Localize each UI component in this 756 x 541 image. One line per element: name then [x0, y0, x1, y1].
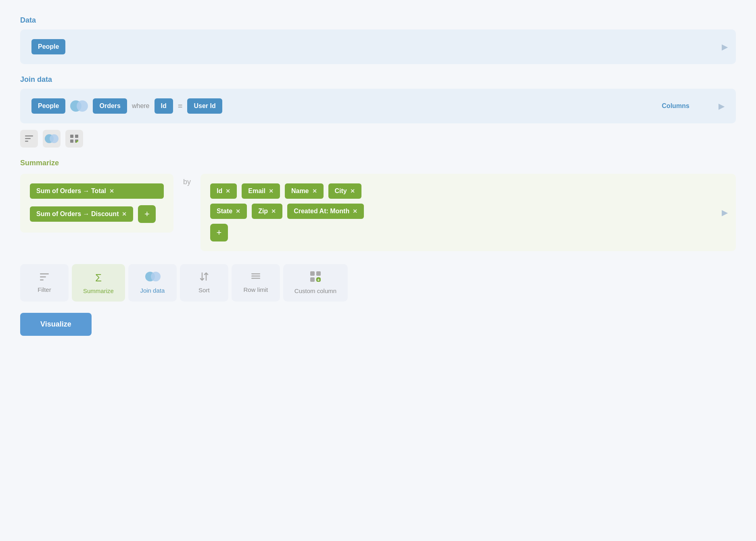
svg-rect-3 — [70, 135, 73, 138]
svg-rect-5 — [70, 139, 73, 143]
svg-rect-11 — [40, 279, 44, 281]
summarize-row: Sum of Orders → Total ✕ Sum of Orders → … — [20, 174, 736, 251]
dim-zip-close[interactable]: ✕ — [271, 208, 276, 214]
svg-rect-19 — [316, 271, 321, 276]
customcol-tool-label: Custom column — [294, 287, 336, 294]
equals-sign: = — [178, 102, 183, 111]
data-card: People ▶ — [20, 29, 736, 64]
join-section-label: Join data — [20, 75, 736, 84]
join-arrow-icon[interactable]: ▶ — [718, 101, 725, 111]
where-text: where — [132, 102, 150, 110]
join-mini-btn[interactable] — [43, 130, 61, 148]
customcol-tool-icon: + — [310, 271, 321, 284]
summarize-section-label: Summarize — [20, 159, 736, 167]
dim-email-close[interactable]: ✕ — [269, 188, 274, 194]
joindata-tool-label: Join data — [140, 287, 165, 294]
circle-right — [77, 100, 88, 112]
dim-name-close[interactable]: ✕ — [312, 188, 317, 194]
svg-rect-10 — [40, 277, 46, 278]
summarize-tool-label: Summarize — [83, 287, 114, 294]
svg-rect-9 — [40, 273, 49, 275]
join-card: People Orders where Id = User Id Columns… — [20, 89, 736, 123]
people-chip[interactable]: People — [31, 39, 65, 54]
data-arrow-icon[interactable]: ▶ — [722, 42, 728, 52]
svg-rect-20 — [310, 277, 315, 282]
svg-text:+: + — [317, 277, 320, 282]
dimensions-row-2: State ✕ Zip ✕ Created At: Month ✕ — [210, 204, 726, 219]
rowlimit-tool-icon — [251, 273, 260, 283]
join-orders-chip[interactable]: Orders — [93, 98, 127, 114]
svg-point-17 — [253, 278, 254, 279]
by-label: by — [183, 174, 191, 186]
dim-name-chip[interactable]: Name ✕ — [285, 183, 324, 199]
join-id-field[interactable]: Id — [155, 98, 173, 114]
join-mini-icon — [45, 134, 58, 143]
dimensions-row-1: Id ✕ Email ✕ Name ✕ City ✕ — [210, 183, 726, 199]
dimensions-row-3: + — [210, 224, 726, 241]
filter-mini-btn[interactable] — [20, 130, 38, 148]
rowlimit-tool-label: Row limit — [243, 286, 268, 293]
customcol-tool[interactable]: + Custom column — [283, 264, 348, 302]
dim-id-close[interactable]: ✕ — [226, 188, 230, 194]
metric-sum-discount-close[interactable]: ✕ — [122, 211, 127, 217]
dim-state-chip[interactable]: State ✕ — [210, 204, 247, 219]
mini-toolbar: + — [20, 130, 736, 148]
dim-created-close[interactable]: ✕ — [353, 208, 357, 214]
join-people-chip[interactable]: People — [31, 98, 65, 114]
svg-point-15 — [253, 273, 254, 275]
sort-tool[interactable]: Sort — [180, 264, 228, 302]
custom-col-mini-btn[interactable]: + — [65, 130, 83, 148]
svg-point-16 — [253, 276, 254, 277]
join-icon[interactable] — [70, 100, 88, 112]
svg-rect-4 — [75, 135, 78, 138]
dim-email-chip[interactable]: Email ✕ — [242, 183, 280, 199]
dim-id-chip[interactable]: Id ✕ — [210, 183, 237, 199]
dim-city-close[interactable]: ✕ — [350, 188, 355, 194]
filter-tool[interactable]: Filter — [20, 264, 69, 302]
joindata-tool-icon — [145, 272, 160, 284]
svg-text:+: + — [77, 140, 78, 143]
metric-sum-discount-chip[interactable]: Sum of Orders → Discount ✕ — [30, 206, 133, 222]
dimensions-card: Id ✕ Email ✕ Name ✕ City ✕ State — [200, 174, 736, 251]
dim-created-chip[interactable]: Created At: Month ✕ — [287, 204, 364, 219]
summarize-tool[interactable]: Σ Summarize — [72, 264, 125, 302]
visualize-button[interactable]: Visualize — [20, 313, 92, 336]
add-metric-btn[interactable]: + — [138, 205, 156, 223]
svg-rect-18 — [310, 271, 315, 276]
filter-tool-icon — [40, 273, 49, 283]
filter-tool-label: Filter — [38, 286, 51, 293]
metric-discount-row: Sum of Orders → Discount ✕ + — [30, 205, 164, 223]
summarize-tool-icon: Σ — [95, 272, 102, 284]
join-userid-field[interactable]: User Id — [187, 98, 222, 114]
sort-tool-label: Sort — [198, 287, 210, 293]
metric-sum-total-close[interactable]: ✕ — [109, 188, 114, 194]
joindata-tool[interactable]: Join data — [128, 264, 177, 302]
rowlimit-tool[interactable]: Row limit — [232, 264, 280, 302]
svg-rect-2 — [25, 141, 28, 142]
joindata-circles — [145, 272, 160, 281]
sort-tool-icon — [200, 272, 209, 283]
bottom-toolbar: Filter Σ Summarize Join data Sort — [20, 264, 736, 302]
dim-state-close[interactable]: ✕ — [236, 208, 240, 214]
add-dimension-btn[interactable]: + — [210, 224, 228, 241]
columns-link[interactable]: Columns — [662, 102, 689, 110]
data-section-label: Data — [20, 16, 736, 25]
metrics-card: Sum of Orders → Total ✕ Sum of Orders → … — [20, 174, 173, 233]
svg-rect-1 — [25, 138, 31, 139]
dimensions-arrow-icon[interactable]: ▶ — [722, 208, 728, 217]
dim-zip-chip[interactable]: Zip ✕ — [252, 204, 282, 219]
svg-rect-0 — [25, 135, 33, 137]
metric-sum-total-chip[interactable]: Sum of Orders → Total ✕ — [30, 183, 164, 199]
dim-city-chip[interactable]: City ✕ — [328, 183, 361, 199]
